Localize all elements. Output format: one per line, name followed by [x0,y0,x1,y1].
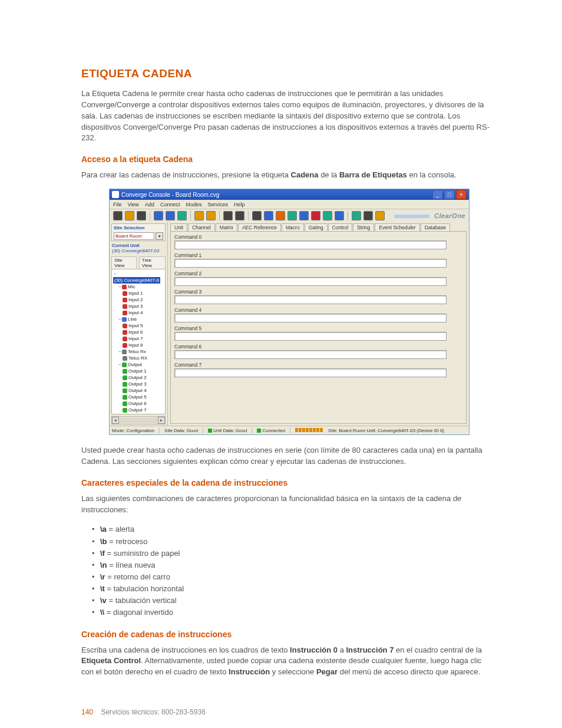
command-3-input[interactable] [174,295,447,304]
tab-gating[interactable]: Gating [305,223,328,231]
tree-hscrollbar[interactable]: ◂ ▸ [111,416,166,424]
toolbar-icon[interactable] [113,211,123,220]
escape-item: \t = tabulación horizontal [92,583,494,595]
toolbar-icon[interactable] [299,211,309,220]
menu-item[interactable]: Modes [186,202,201,207]
page-title: ETIQUETA CADENA [81,67,494,80]
section-access: Acceso a la etiqueta Cadena [81,154,494,164]
current-unit-value: (30) Converge840T-03 [110,248,167,255]
command-label: Command 5 [174,325,462,331]
command-label: Command 4 [174,307,462,313]
status-site-unit: Site: Board Room Unit: Converge840T-03 (… [328,428,444,433]
page-number: 140 [81,708,93,716]
tab-unit[interactable]: Unit [170,223,187,231]
toolbar-icon[interactable] [323,211,332,220]
toolbar-icon[interactable] [375,211,385,220]
toolbar-icon[interactable] [264,211,273,220]
command-5-input[interactable] [174,332,447,341]
command-1-input[interactable] [174,259,447,268]
command-label: Command 3 [174,289,462,295]
tab-channel[interactable]: Channel [188,223,215,231]
chevron-down-icon[interactable]: ▾ [156,232,163,240]
site-selection-dropdown[interactable]: Board Room [114,232,154,240]
left-panel: Site Selection Board Room ▾ Current Unit… [110,222,168,426]
site-selection-label: Site Selection [112,224,165,232]
section-create-strings: Creación de cadenas de instrucciones [81,630,494,639]
scroll-left-icon[interactable]: ◂ [112,417,119,424]
command-0-input[interactable] [174,241,447,249]
escape-item: \a = alerta [92,523,494,535]
app-icon [112,191,119,198]
tab-macro[interactable]: Macro [282,223,304,231]
command-label: Command 2 [174,271,462,276]
toolbar-icon[interactable] [363,211,373,220]
command-2-input[interactable] [174,277,447,286]
tab-strip: Unit Channel Matrix AEC Reference Macro … [168,222,469,231]
toolbar-icon[interactable] [154,211,163,220]
screenshot-window: Converge Console - Board Room.cvg _ □ × … [110,189,469,434]
tab-database[interactable]: Database [421,223,450,231]
maximize-button[interactable]: □ [444,190,455,199]
scroll-right-icon[interactable]: ▸ [158,417,165,424]
escape-item: \r = retorno del carro [92,571,494,583]
footer-text: Servicios técnicos: 800-283-5936 [101,708,205,716]
toolbar-icon[interactable] [235,211,244,220]
toolbar-icon[interactable] [276,211,285,220]
toolbar-icon[interactable] [206,211,216,220]
toolbar-icon[interactable] [194,211,204,220]
brand-logo: ClearOne [394,212,465,219]
toolbar-icon[interactable] [311,211,320,220]
left-tab-site-view[interactable]: Site View [111,256,137,269]
command-4-input[interactable] [174,314,447,322]
escape-char-list: \a = alerta\b = retroceso\f = suministro… [92,523,494,618]
left-tab-tree-view[interactable]: Tree View [139,256,166,269]
tab-matrix[interactable]: Matrix [216,223,237,231]
menu-item[interactable]: Services [207,202,228,207]
escape-item: \b = retroceso [92,536,494,548]
command-7-input[interactable] [174,368,447,377]
tab-control[interactable]: Control [328,223,352,231]
menu-item[interactable]: View [128,202,139,207]
toolbar-icon[interactable] [223,211,233,220]
after-shot-paragraph: Usted puede crear hasta ocho cadenas de … [81,445,494,467]
section-special-chars: Caracteres especiales de la cadena de in… [81,478,494,487]
status-connected: Connected [257,428,285,433]
tab-aec-reference[interactable]: AEC Reference [238,223,281,231]
toolbar-icon[interactable] [137,211,146,220]
close-button[interactable]: × [456,190,467,199]
special-chars-intro: Las siguientes combinaciones de caracter… [81,493,494,516]
command-label: Command 0 [174,234,462,240]
command-6-input[interactable] [174,350,447,359]
intro-paragraph: La Etiqueta Cadena le permite crear hast… [81,88,494,144]
status-unit-data: Unit Data: Good [208,428,247,433]
toolbar-icon[interactable] [177,211,187,220]
minimize-button[interactable]: _ [432,190,443,199]
tab-event-scheduler[interactable]: Event Scheduler [375,223,419,231]
page-footer: 140 Servicios técnicos: 800-283-5936 [81,708,206,716]
right-panel: Unit Channel Matrix AEC Reference Macro … [168,222,469,426]
toolbar-icon[interactable] [166,211,175,220]
menu-bar: File View Add Connect Modes Services Hel… [110,200,469,209]
escape-item: \v = tabulación vertical [92,595,494,607]
toolbar-icon[interactable] [125,211,134,220]
menu-item[interactable]: Help [234,202,245,207]
status-meter [295,428,323,433]
access-paragraph: Para crear las cadenas de instrucciones,… [81,170,494,181]
current-unit-label: Current Unit [110,243,167,248]
command-label: Command 7 [174,362,462,368]
toolbar-icon[interactable] [287,211,297,220]
menu-item[interactable]: Connect [160,202,180,207]
menu-item[interactable]: File [113,202,122,207]
toolbar-icon[interactable] [352,211,361,220]
create-strings-paragraph: Escriba una cadena de instrucciones en l… [81,645,494,678]
toolbar-icon[interactable] [252,211,262,220]
window-title: Converge Console - Board Room.cvg [121,192,219,198]
tab-string[interactable]: String [353,223,374,231]
toolbar: ClearOne [110,209,469,223]
status-mode: Mode: Configuration [112,428,154,433]
command-label: Command 1 [174,252,462,258]
escape-item: \n = línea nueva [92,559,494,571]
menu-item[interactable]: Add [145,202,154,207]
toolbar-icon[interactable] [335,211,344,220]
device-tree[interactable]: − (30) Converge840T-0 −Mic Input 1 Input… [111,269,166,414]
